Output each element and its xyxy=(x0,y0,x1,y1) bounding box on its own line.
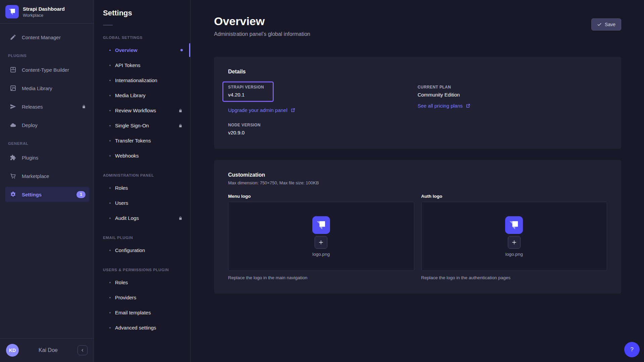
subnav-item-label: Transfer Tokens xyxy=(115,138,151,143)
pen-icon xyxy=(10,34,16,41)
puzzle-icon xyxy=(10,154,16,161)
add-auth-logo-button[interactable] xyxy=(508,236,521,249)
help-button[interactable]: ? xyxy=(624,342,640,357)
bullet-icon xyxy=(109,297,111,298)
main-content: Overview Administration panel’s global i… xyxy=(191,0,644,362)
current-plan-value: Community Edition xyxy=(418,92,607,98)
subnav-section-administration-panel: ADMINISTRATION PANEL xyxy=(103,173,181,177)
main-sidebar: Strapi Dashboard Workplace Content Manag… xyxy=(0,0,94,362)
subnav-item-advanced-settings[interactable]: Advanced settings xyxy=(94,320,190,335)
bullet-icon xyxy=(109,95,111,96)
auth-logo-caption: Replace the logo in the authentication p… xyxy=(421,275,607,280)
sidebar-item-label: Releases xyxy=(22,104,43,110)
upgrade-admin-panel-link[interactable]: Upgrade your admin panel xyxy=(228,107,296,113)
cloud-icon xyxy=(10,122,16,128)
subnav-item-email-templates[interactable]: Email templates xyxy=(94,305,190,320)
collapse-sidebar-button[interactable] xyxy=(77,345,88,355)
add-menu-logo-button[interactable] xyxy=(315,236,327,249)
subnav-item-label: API Tokens xyxy=(115,62,141,68)
gear-icon xyxy=(10,191,16,198)
bullet-icon xyxy=(109,312,111,313)
bullet-icon xyxy=(109,80,111,81)
details-heading: Details xyxy=(228,69,607,75)
sidebar-item-content-manager[interactable]: Content Manager xyxy=(0,29,94,45)
sidebar-item-settings[interactable]: Settings 1 xyxy=(5,187,90,202)
subnav-item-review-workflows[interactable]: Review Workflows xyxy=(94,103,190,118)
plus-icon xyxy=(511,239,517,245)
node-version-value: v20.9.0 xyxy=(228,130,418,135)
lock-icon xyxy=(178,108,183,113)
bullet-icon xyxy=(109,202,111,204)
menu-logo-label: Menu logo xyxy=(228,194,414,199)
subnav-item-media-library[interactable]: Media Library xyxy=(94,88,190,103)
bullet-icon xyxy=(109,155,111,157)
pricing-plans-link[interactable]: See all pricing plans xyxy=(418,103,471,109)
subnav-item-admin-roles[interactable]: Roles xyxy=(94,180,190,195)
sidebar-item-deploy[interactable]: Deploy xyxy=(0,117,94,133)
bullet-icon xyxy=(109,140,111,141)
save-button[interactable]: Save xyxy=(591,18,621,31)
strapi-version-value: v4.20.1 xyxy=(228,92,264,98)
check-icon xyxy=(597,22,602,27)
menu-logo-filename: logo.png xyxy=(312,252,330,257)
subnav-item-admin-users[interactable]: Users xyxy=(94,195,190,210)
sidebar-item-releases[interactable]: Releases xyxy=(0,99,94,114)
bullet-icon xyxy=(109,50,111,51)
chevron-left-icon xyxy=(80,348,85,352)
subnav-section-global-settings: GLOBAL SETTINGS xyxy=(103,36,181,40)
bullet-icon xyxy=(109,250,111,251)
bullet-icon xyxy=(109,327,111,328)
sidebar-section-plugins: PLUGINS xyxy=(8,54,86,58)
subnav-item-email-configuration[interactable]: Configuration xyxy=(94,243,190,258)
sidebar-item-content-type-builder[interactable]: Content-Type Builder xyxy=(0,62,94,77)
external-link-icon xyxy=(466,103,471,108)
subnav-item-label: Users xyxy=(115,200,128,206)
subnav-item-providers[interactable]: Providers xyxy=(94,290,190,305)
lock-icon xyxy=(178,123,183,128)
avatar: KD xyxy=(6,344,19,357)
menu-logo-caption: Replace the logo in the main navigation xyxy=(228,275,414,280)
sidebar-item-label: Deploy xyxy=(22,122,38,128)
subnav-item-transfer-tokens[interactable]: Transfer Tokens xyxy=(94,133,190,148)
subnav-item-label: Advanced settings xyxy=(115,325,156,330)
subnav-item-single-sign-on[interactable]: Single Sign-On xyxy=(94,118,190,133)
subnav-title: Settings xyxy=(94,0,190,17)
sidebar-item-media-library[interactable]: Media Library xyxy=(0,80,94,96)
external-link-icon xyxy=(290,108,296,113)
subnav-item-webhooks[interactable]: Webhooks xyxy=(94,148,190,163)
subnav-section-email-plugin: EMAIL PLUGIN xyxy=(103,236,181,240)
strapi-logo-icon xyxy=(5,5,19,18)
auth-logo-upload-box[interactable]: logo.png xyxy=(421,202,607,271)
menu-logo-upload-box[interactable]: logo.png xyxy=(228,202,414,271)
image-icon xyxy=(10,85,16,92)
subnav-item-internationalization[interactable]: Internationalization xyxy=(94,73,190,88)
node-version-label: NODE VERSION xyxy=(228,123,418,127)
subnav-item-label: Single Sign-On xyxy=(115,123,149,128)
subnav-item-overview[interactable]: Overview xyxy=(94,43,190,58)
plus-icon xyxy=(318,239,324,245)
sidebar-item-marketplace[interactable]: Marketplace xyxy=(0,168,94,184)
subnav-item-up-roles[interactable]: Roles xyxy=(94,275,190,290)
subnav-item-api-tokens[interactable]: API Tokens xyxy=(94,58,190,73)
bullet-icon xyxy=(109,282,111,283)
subnav-item-label: Review Workflows xyxy=(115,108,156,113)
workspace-switcher[interactable]: Strapi Dashboard Workplace xyxy=(0,0,94,23)
customization-card: Customization Max dimension: 750×750, Ma… xyxy=(214,160,621,294)
auth-logo-filename: logo.png xyxy=(505,252,523,257)
sidebar-item-plugins[interactable]: Plugins xyxy=(0,150,94,165)
lock-icon xyxy=(178,216,183,221)
page-subtitle: Administration panel’s global informatio… xyxy=(214,31,621,37)
subnav-item-label: Roles xyxy=(115,185,128,191)
customization-constraints: Max dimension: 750×750, Max file size: 1… xyxy=(228,180,607,185)
sidebar-item-label: Settings xyxy=(22,192,42,197)
user-name: Kai Doe xyxy=(22,347,74,353)
workspace-name: Workplace xyxy=(23,13,65,18)
bullet-icon xyxy=(109,187,111,189)
sidebar-item-label: Marketplace xyxy=(22,173,49,179)
bullet-icon xyxy=(109,110,111,111)
subnav-item-audit-logs[interactable]: Audit Logs xyxy=(94,210,190,226)
notification-dot-icon xyxy=(180,49,183,51)
subnav-item-label: Media Library xyxy=(115,93,146,98)
settings-subnav: Settings GLOBAL SETTINGS Overview API To… xyxy=(94,0,191,362)
strapi-version-label: STRAPI VERSION xyxy=(228,85,264,89)
